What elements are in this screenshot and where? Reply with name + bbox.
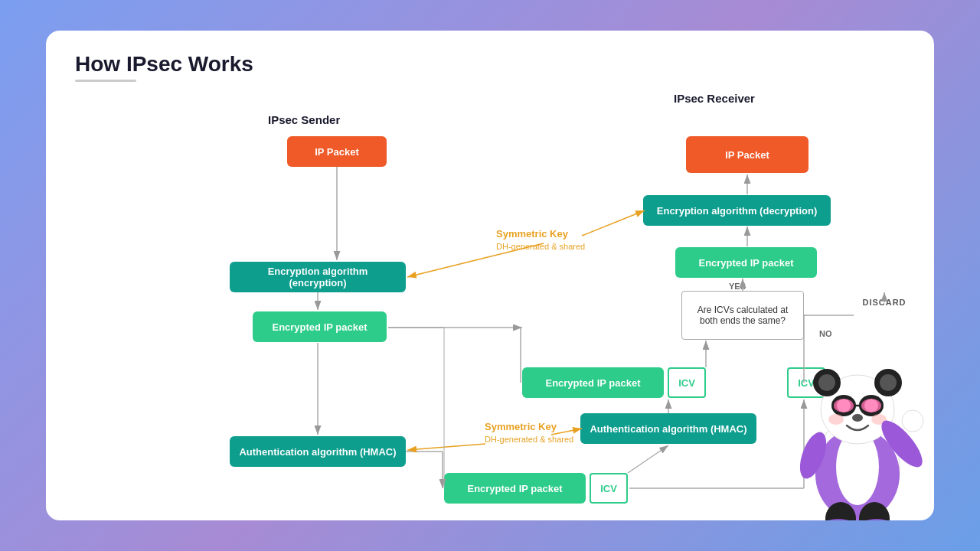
svg-point-35: [818, 374, 835, 391]
sym-key-enc: Symmetric Key DH-generated & shared: [496, 228, 585, 252]
svg-point-47: [828, 414, 844, 425]
sym-key-auth: Symmetric Key DH-generated & shared: [485, 421, 573, 445]
main-card: How IPsec Works IPsec Sender IPsec Recei…: [46, 31, 934, 520]
sender-auth-algo: Authentication algorithm (HMAC): [230, 436, 406, 467]
receiver-auth-algo: Authentication algorithm (HMAC): [580, 413, 756, 444]
panda-mascot: [789, 321, 926, 520]
sender-enc-packet: Encrypted IP packet: [253, 311, 387, 342]
title-underline: [75, 80, 136, 82]
sender-enc-algo: Encryption algorithm (encryption): [230, 262, 406, 292]
sender-ip-packet: IP Packet: [287, 136, 387, 167]
receiver-enc-algo: Encryption algorithm (decryption): [643, 195, 831, 226]
svg-line-11: [407, 444, 485, 450]
receiver-enc-packet-top: Encrypted IP packet: [675, 247, 817, 278]
enc-ip-middle: Encrypted IP packet: [522, 367, 664, 398]
svg-point-36: [880, 374, 897, 391]
sender-label: IPsec Sender: [268, 113, 340, 126]
icv1: ICV: [668, 367, 706, 398]
receiver-diamond: Are ICVs calculated at both ends the sam…: [681, 291, 804, 340]
svg-line-9: [582, 210, 645, 236]
page-title: How IPsec Works: [75, 52, 253, 97]
receiver-ip-packet: IP Packet: [686, 136, 808, 173]
yes-label: YES: [729, 282, 746, 291]
discard-label: DISCARD: [854, 291, 915, 314]
svg-line-21: [628, 445, 668, 473]
svg-point-46: [852, 414, 863, 422]
receiver-label: IPsec Receiver: [674, 92, 755, 105]
icv3: ICV: [590, 473, 628, 504]
diagram-area: How IPsec Works IPsec Sender IPsec Recei…: [46, 31, 934, 520]
svg-point-50: [902, 410, 923, 432]
enc-ip-bottom: Encrypted IP packet: [444, 473, 586, 504]
